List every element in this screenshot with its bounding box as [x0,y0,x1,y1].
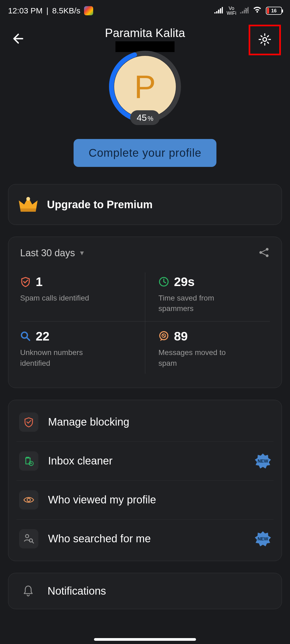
progress-value: 45 [137,112,147,123]
svg-text:NEW: NEW [258,536,269,541]
stat-spam-calls: 1 Spam calls identified [20,270,145,321]
chevron-down-icon: ▼ [79,249,85,257]
upgrade-premium-card[interactable]: Upgrade to Premium [8,184,282,225]
status-time: 12:03 PM [8,6,42,15]
profile-name: Paramita Kalita [8,26,282,40]
stat-messages-spam: 89 Messages moved to spam [145,321,270,376]
status-separator: | [46,6,48,15]
share-button[interactable] [258,247,270,259]
battery-percent: 16 [266,8,281,14]
stat-value-3: 89 [174,329,188,343]
menu-label-3: Who searched for me [48,533,245,545]
avatar-section: P 45 % [8,50,282,123]
svg-point-6 [266,254,269,257]
svg-text:NEW: NEW [258,459,269,464]
avatar-initial: P [134,68,156,105]
avatar: P [114,56,176,118]
trash-clock-icon [19,451,38,471]
profile-completion-badge: 45 % [130,110,160,125]
vowifi-top: Vo [227,6,236,11]
shield-icon [19,412,38,432]
gear-icon [258,33,271,47]
svg-point-5 [266,248,269,251]
status-bar: 12:03 PM | 8.5KB/s Vo WiFi 16 [0,0,290,21]
new-badge: NEW [255,453,271,469]
svg-point-4 [259,251,262,254]
spam-message-icon [158,331,169,342]
avatar-progress-ring[interactable]: P 45 % [109,50,181,123]
notifications-card: Notifications [8,573,282,609]
svg-point-0 [263,38,267,41]
person-search-icon [19,529,38,548]
home-indicator[interactable] [94,638,196,641]
menu-manage-blocking[interactable]: Manage blocking [16,403,274,442]
header: Paramita Kalita P 45 % Complete your pro… [0,21,290,172]
stat-unknown-numbers: 22 Unknown numbers identified [20,321,145,376]
status-left: 12:03 PM | 8.5KB/s [8,6,93,15]
stat-label-0: Spam calls identified [20,293,90,303]
menu-inbox-cleaner[interactable]: Inbox cleaner NEW [16,442,274,481]
stat-label-2: Unknown numbers identified [20,347,90,368]
wifi-icon [252,6,262,16]
complete-profile-button[interactable]: Complete your profile [74,139,216,167]
vowifi-indicator: Vo WiFi [227,6,236,16]
status-right: Vo WiFi 16 [214,6,282,16]
menu-label-1: Inbox cleaner [48,455,245,467]
cellular-signal-icon [214,6,223,15]
battery-icon: 16 [266,7,282,15]
clock-icon [158,276,169,287]
stat-time-saved: 29s Time saved from spammers [145,270,270,321]
cellular-signal-2-icon [240,6,249,15]
stat-value-2: 22 [36,329,49,343]
back-button[interactable] [11,32,24,46]
stat-label-1: Time saved from spammers [158,293,228,314]
svg-point-14 [27,498,30,502]
stat-value-0: 1 [36,275,43,289]
period-label: Last 30 days [20,247,75,259]
menu-card: Manage blocking Inbox cleaner NEW Who vi… [8,400,282,561]
settings-button[interactable] [249,25,281,55]
menu-notifications[interactable]: Notifications [19,580,271,602]
eye-icon [19,490,38,510]
premium-label: Upgrade to Premium [47,199,153,211]
svg-point-3 [26,197,30,201]
progress-suffix: % [148,115,153,122]
new-badge: NEW [255,531,271,547]
bell-icon [22,585,35,597]
status-data-rate: 8.5KB/s [52,6,80,15]
app-background-icon [84,6,93,15]
menu-who-searched[interactable]: Who searched for me NEW [16,519,274,558]
search-icon [20,331,31,342]
menu-label-0: Manage blocking [48,416,271,428]
period-selector[interactable]: Last 30 days ▼ [20,247,85,259]
shield-check-icon [20,276,31,287]
notifications-label: Notifications [48,585,268,597]
stat-value-1: 29s [174,275,195,289]
svg-point-15 [26,535,29,538]
stat-label-3: Messages moved to spam [158,347,228,368]
menu-who-viewed[interactable]: Who viewed my profile [16,481,274,519]
menu-label-2: Who viewed my profile [48,494,271,506]
vowifi-bottom: WiFi [227,11,236,16]
crown-icon [17,195,39,214]
stats-card: Last 30 days ▼ 1 Spam calls identified 2… [8,237,282,388]
